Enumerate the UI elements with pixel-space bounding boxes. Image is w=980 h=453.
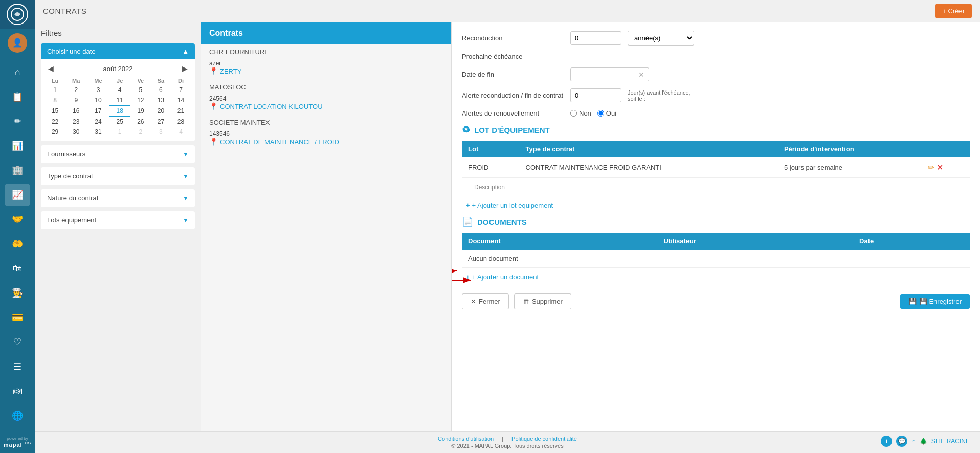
cal-header-sa: Sa xyxy=(151,77,171,85)
filter-nature-contrat[interactable]: Nature du contrat ▼ xyxy=(41,189,195,207)
calendar-day[interactable]: 25 xyxy=(109,117,130,127)
calendar-day[interactable]: 6 xyxy=(151,85,171,95)
alerte-row: Alerte reconduction / fin de contrat Jou… xyxy=(462,88,970,102)
calendar-day[interactable]: 3 xyxy=(87,85,109,95)
fermer-button[interactable]: ✕ Fermer xyxy=(462,293,509,309)
calendar-day[interactable]: 29 xyxy=(45,127,65,137)
sidebar-item-dish[interactable]: 🍽 xyxy=(5,380,30,402)
calendar-day[interactable]: 18 xyxy=(109,106,130,117)
calendar-prev-button[interactable]: ◀ xyxy=(45,63,57,74)
calendar-day[interactable]: 24 xyxy=(87,117,109,127)
lot-edit-button[interactable]: ✏ xyxy=(928,163,934,172)
calendar-day[interactable]: 16 xyxy=(65,106,87,117)
calendar-day[interactable]: 31 xyxy=(87,127,109,137)
calendar-day[interactable]: 17 xyxy=(87,106,109,117)
sidebar-item-handshake[interactable]: 🤝 xyxy=(5,208,30,231)
sidebar-item-edit[interactable]: ✏ xyxy=(5,110,30,132)
add-document-link[interactable]: + + Ajouter un document xyxy=(466,273,970,281)
sidebar-item-home[interactable]: ⌂ xyxy=(5,61,30,83)
calendar-day[interactable]: 8 xyxy=(45,95,65,106)
reconduction-unit-select[interactable]: année(s) xyxy=(628,31,694,46)
alerte-input[interactable] xyxy=(570,88,621,102)
calendar-day[interactable]: 7 xyxy=(171,85,191,95)
calendar-day[interactable]: 4 xyxy=(109,85,130,95)
conditions-link[interactable]: Conditions d'utilisation xyxy=(438,436,494,442)
prochaine-echeance-row: Prochaine échéance xyxy=(462,53,970,60)
add-lot-link[interactable]: + + Ajouter un lot équipement xyxy=(466,201,970,209)
date-fin-input[interactable] xyxy=(575,68,636,81)
app-logo[interactable] xyxy=(0,0,35,29)
radio-non-input[interactable] xyxy=(570,110,577,117)
calendar-day[interactable]: 30 xyxy=(65,127,87,137)
enregistrer-button[interactable]: 💾 💾 Enregistrer xyxy=(900,294,970,309)
filter-lots-equipement[interactable]: Lots équipement ▼ xyxy=(41,211,195,229)
calendar-day[interactable]: 11 xyxy=(109,95,130,106)
calendar-day[interactable]: 4 xyxy=(171,127,191,137)
user-avatar[interactable]: 👤 xyxy=(0,29,35,57)
sidebar-item-clipboard[interactable]: 📋 xyxy=(5,85,30,108)
politique-link[interactable]: Politique de confidentialité xyxy=(511,436,577,442)
filter-type-contrat-header[interactable]: Type de contrat ▼ xyxy=(41,167,195,185)
sidebar-item-hands[interactable]: 🤲 xyxy=(5,233,30,255)
add-lot-label[interactable]: + Ajouter un lot équipement xyxy=(472,201,553,209)
radio-oui-input[interactable] xyxy=(597,110,604,117)
fermer-label: Fermer xyxy=(479,298,500,305)
sidebar-item-building[interactable]: 🏢 xyxy=(5,159,30,182)
alertes-radio-group: Non Oui xyxy=(570,109,616,117)
contract-link-maintex[interactable]: 📍 CONTRAT DE MAINTENANCE / FROID xyxy=(209,138,443,146)
chat-icon[interactable]: 💬 xyxy=(896,436,907,447)
list-item[interactable]: 24564 📍 CONTRAT LOCATION KILOUTOU xyxy=(201,93,451,115)
calendar-day[interactable]: 2 xyxy=(130,127,151,137)
calendar-day[interactable]: 13 xyxy=(151,95,171,106)
sidebar-item-card[interactable]: 💳 xyxy=(5,306,30,329)
create-button[interactable]: + Créer xyxy=(935,4,972,18)
fermer-icon: ✕ xyxy=(471,298,476,305)
radio-non-label[interactable]: Non xyxy=(570,109,591,117)
contract-link[interactable]: 📍 ZERTY xyxy=(209,67,443,75)
sidebar-item-bag[interactable]: 🛍 xyxy=(5,257,30,280)
filter-fournisseurs-header[interactable]: Fournisseurs ▼ xyxy=(41,145,195,163)
site-racine-link[interactable]: SITE RACINE xyxy=(931,438,970,445)
sidebar-item-chef[interactable]: 👨‍🍳 xyxy=(5,282,30,304)
info-icon[interactable]: i xyxy=(881,436,892,447)
list-item[interactable]: 143546 📍 CONTRAT DE MAINTENANCE / FROID xyxy=(201,128,451,150)
calendar-day[interactable]: 14 xyxy=(171,95,191,106)
sidebar-item-list[interactable]: ☰ xyxy=(5,355,30,378)
supprimer-button[interactable]: 🗑 Supprimer xyxy=(514,293,571,309)
calendar-day[interactable]: 15 xyxy=(45,106,65,117)
sidebar-item-heart[interactable]: ♡ xyxy=(5,331,30,353)
calendar-day[interactable]: 10 xyxy=(87,95,109,106)
calendar-day[interactable]: 9 xyxy=(65,95,87,106)
reconduction-input[interactable] xyxy=(570,31,621,45)
radio-oui-label[interactable]: Oui xyxy=(597,109,616,117)
calendar-day[interactable]: 26 xyxy=(130,117,151,127)
calendar-day[interactable]: 28 xyxy=(171,117,191,127)
radio-oui-text: Oui xyxy=(606,109,616,117)
calendar-day[interactable]: 3 xyxy=(151,127,171,137)
list-item[interactable]: azer 📍 ZERTY xyxy=(201,58,451,79)
calendar-day[interactable]: 5 xyxy=(130,85,151,95)
sidebar-item-globe[interactable]: 🌐 xyxy=(5,404,30,427)
calendar-day[interactable]: 21 xyxy=(171,106,191,117)
calendar-day[interactable]: 19 xyxy=(130,106,151,117)
calendar-day[interactable]: 23 xyxy=(65,117,87,127)
calendar-day[interactable]: 1 xyxy=(109,127,130,137)
filter-lots-equipement-header[interactable]: Lots équipement ▼ xyxy=(41,211,195,229)
date-filter-header[interactable]: Choisir une date ▲ xyxy=(41,43,195,59)
contract-link-matosloc[interactable]: 📍 CONTRAT LOCATION KILOUTOU xyxy=(209,102,443,110)
sidebar-item-stats[interactable]: 📈 xyxy=(5,184,30,206)
sidebar-item-chart[interactable]: 📊 xyxy=(5,134,30,157)
lot-delete-button[interactable]: ✕ xyxy=(937,163,943,172)
calendar-day[interactable]: 1 xyxy=(45,85,65,95)
filter-type-contrat[interactable]: Type de contrat ▼ xyxy=(41,167,195,185)
calendar-next-button[interactable]: ▶ xyxy=(179,63,191,74)
calendar-day[interactable]: 22 xyxy=(45,117,65,127)
calendar-day[interactable]: 20 xyxy=(151,106,171,117)
date-fin-clear-button[interactable]: ✕ xyxy=(636,71,647,79)
calendar-day[interactable]: 12 xyxy=(130,95,151,106)
calendar-day[interactable]: 2 xyxy=(65,85,87,95)
filter-nature-contrat-header[interactable]: Nature du contrat ▼ xyxy=(41,189,195,207)
filter-fournisseurs[interactable]: Fournisseurs ▼ xyxy=(41,145,195,163)
add-document-label[interactable]: + Ajouter un document xyxy=(472,273,539,281)
calendar-day[interactable]: 27 xyxy=(151,117,171,127)
